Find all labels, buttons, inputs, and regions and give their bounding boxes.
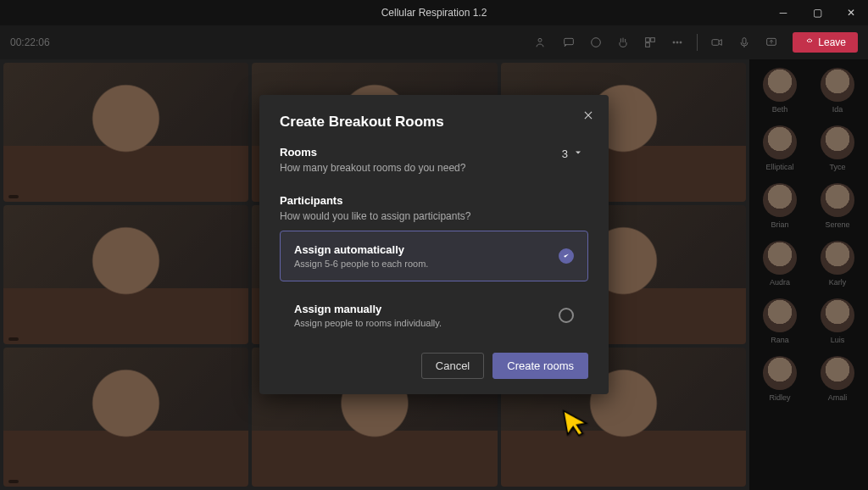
- more-icon[interactable]: [666, 31, 688, 53]
- svg-rect-10: [743, 38, 746, 44]
- camera-icon[interactable]: [706, 31, 728, 53]
- option-title: Assign manually: [294, 303, 442, 315]
- svg-point-2: [592, 38, 601, 47]
- svg-rect-1: [565, 38, 574, 44]
- svg-point-8: [680, 42, 682, 43]
- dialog-overlay: Create Breakout Rooms Rooms How many bre…: [0, 59, 868, 490]
- breakout-rooms-icon[interactable]: [639, 31, 661, 53]
- radio-selected: [559, 248, 574, 264]
- participants-section-prompt: How would you like to assign participant…: [280, 210, 588, 222]
- svg-rect-5: [646, 43, 650, 47]
- leave-button-label: Leave: [818, 36, 846, 48]
- create-rooms-button[interactable]: Create rooms: [492, 353, 588, 379]
- reactions-icon[interactable]: [585, 31, 607, 53]
- create-breakout-rooms-dialog: Create Breakout Rooms Rooms How many bre…: [259, 95, 609, 394]
- meeting-timer: 00:22:06: [10, 36, 50, 48]
- option-title: Assign automatically: [294, 243, 428, 256]
- window-minimize-button[interactable]: ─: [766, 0, 800, 25]
- option-desc: Assign people to rooms individually.: [294, 318, 442, 328]
- svg-point-7: [676, 42, 678, 43]
- meeting-toolbar: 00:22:06 Leave: [0, 25, 868, 59]
- leave-button[interactable]: Leave: [793, 32, 858, 53]
- raise-hand-icon[interactable]: [612, 31, 634, 53]
- room-count-select[interactable]: 3: [557, 146, 588, 162]
- assign-manually-option[interactable]: Assign manually Assign people to rooms i…: [280, 290, 588, 341]
- svg-rect-3: [646, 38, 650, 42]
- dialog-close-button[interactable]: [576, 103, 600, 127]
- participants-section-label: Participants: [280, 194, 588, 207]
- window-maximize-button[interactable]: ▢: [800, 0, 834, 25]
- cancel-button[interactable]: Cancel: [421, 353, 484, 379]
- option-desc: Assign 5-6 people to each room.: [294, 259, 428, 269]
- chat-icon[interactable]: [558, 31, 580, 53]
- svg-point-6: [673, 42, 675, 43]
- people-icon[interactable]: [531, 31, 553, 53]
- assign-automatically-option[interactable]: Assign automatically Assign 5-6 people t…: [280, 231, 588, 281]
- window-close-button[interactable]: ✕: [834, 0, 868, 25]
- svg-rect-4: [651, 38, 655, 42]
- rooms-section-prompt: How many breakout rooms do you need?: [280, 162, 465, 174]
- mic-icon[interactable]: [733, 31, 755, 53]
- share-icon[interactable]: [760, 31, 782, 53]
- rooms-section-label: Rooms: [280, 146, 465, 159]
- chevron-down-icon: [573, 148, 583, 160]
- svg-point-0: [538, 38, 542, 42]
- room-count-value: 3: [562, 148, 568, 160]
- radio-unselected: [559, 308, 574, 323]
- window-titlebar: Cellular Respiration 1.2 ─ ▢ ✕: [0, 0, 868, 25]
- dialog-title: Create Breakout Rooms: [280, 114, 588, 131]
- window-title: Cellular Respiration 1.2: [381, 7, 487, 19]
- svg-rect-9: [712, 40, 719, 46]
